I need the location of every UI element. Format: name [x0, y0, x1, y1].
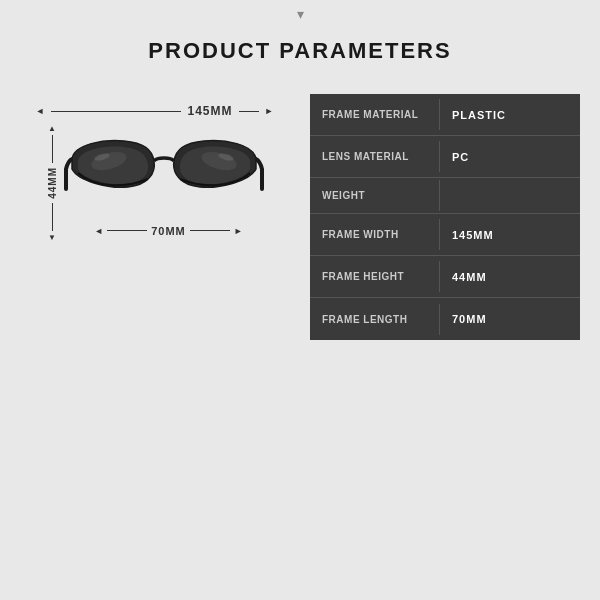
spec-value: PC	[440, 141, 580, 173]
diagram-area: ◄ 145MM ► ▲ 44MM ▼	[20, 94, 290, 242]
spec-label: LENS MATERIAL	[310, 141, 440, 172]
chevron-down-icon: ▾	[290, 8, 310, 20]
width-label-text: 145MM	[187, 104, 232, 118]
spec-row: LENS MATERIALPC	[310, 136, 580, 178]
spec-row: FRAME LENGTH70MM	[310, 298, 580, 340]
width-measurement: ◄ 145MM ►	[36, 104, 275, 118]
height-measurement: ▲ 44MM ▼	[47, 124, 58, 242]
glasses-diagram: ▲ 44MM ▼	[47, 124, 264, 242]
height-label-text: 44MM	[47, 165, 58, 201]
spec-label: WEIGHT	[310, 180, 440, 211]
specs-table: FRAME MATERIALPLASTICLENS MATERIALPCWEIG…	[310, 94, 580, 340]
spec-row: FRAME HEIGHT44MM	[310, 256, 580, 298]
content-row: ◄ 145MM ► ▲ 44MM ▼	[20, 94, 580, 340]
spec-row: WEIGHT	[310, 178, 580, 214]
spec-row: FRAME WIDTH145MM	[310, 214, 580, 256]
page-title: PRODUCT PARAMETERS	[148, 38, 451, 64]
spec-label: FRAME LENGTH	[310, 304, 440, 335]
spec-value	[440, 186, 580, 206]
length-label-text: 70MM	[151, 225, 186, 237]
spec-value: 44MM	[440, 261, 580, 293]
spec-label: FRAME MATERIAL	[310, 99, 440, 130]
length-measurement: ◄ 70MM ►	[94, 225, 242, 237]
glasses-image: ◄ 70MM ►	[64, 129, 264, 237]
spec-row: FRAME MATERIALPLASTIC	[310, 94, 580, 136]
spec-value: 70MM	[440, 303, 580, 335]
spec-value: 145MM	[440, 219, 580, 251]
spec-label: FRAME WIDTH	[310, 219, 440, 250]
spec-label: FRAME HEIGHT	[310, 261, 440, 292]
spec-value: PLASTIC	[440, 99, 580, 131]
